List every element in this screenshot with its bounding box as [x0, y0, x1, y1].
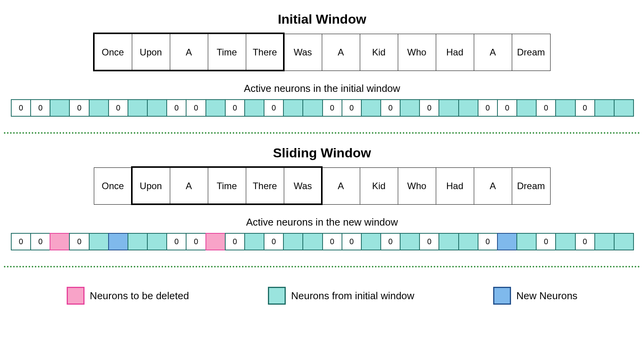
- subtitle-neurons-new: Active neurons in the new window: [4, 216, 640, 228]
- legend-swatch-initial: [268, 287, 286, 305]
- neuron-cell: 0: [186, 99, 206, 117]
- word-cell: Had: [436, 168, 474, 204]
- neuron-cell: 0: [497, 99, 517, 117]
- neuron-cell: [89, 233, 109, 250]
- legend-label-initial: Neurons from initial window: [291, 290, 414, 302]
- neuron-cell: [497, 233, 517, 250]
- neuron-cell: 0: [108, 99, 128, 117]
- neuron-cell: [516, 233, 537, 250]
- neuron-cell: [614, 99, 634, 117]
- word-cell: Kid: [360, 168, 398, 204]
- word-cell: Dream: [512, 168, 550, 204]
- neuron-cell: 0: [264, 233, 284, 250]
- legend-swatch-new: [493, 287, 511, 305]
- neuron-cell: 0: [225, 233, 245, 250]
- word-cell: A: [474, 34, 512, 71]
- legend-item-deleted: Neurons to be deleted: [67, 287, 189, 305]
- neuron-cell: 0: [264, 99, 284, 117]
- neuron-cell: 0: [30, 99, 50, 117]
- word-cell: Dream: [512, 34, 550, 71]
- neuron-cell: [302, 233, 323, 250]
- word-cell: A: [474, 168, 512, 204]
- word-cell: Upon: [132, 34, 170, 71]
- divider-1: [4, 132, 640, 134]
- neuron-cell: [128, 233, 148, 250]
- word-row-sliding: OnceUponATimeThereWasAKidWhoHadADream: [94, 167, 551, 205]
- neuron-cell: 0: [11, 233, 31, 250]
- neuron-cell: [614, 233, 634, 250]
- neuron-cell: 0: [575, 233, 595, 250]
- neuron-cell: 0: [536, 233, 556, 250]
- neuron-cell: [108, 233, 128, 250]
- neuron-cell: 0: [11, 99, 31, 117]
- word-cell: Once: [94, 168, 132, 204]
- word-cell: There: [246, 168, 284, 204]
- title-initial: Initial Window: [4, 12, 640, 27]
- neuron-cell: [555, 233, 575, 250]
- neuron-cell: [594, 233, 615, 250]
- neuron-cell: 0: [380, 99, 401, 117]
- neuron-cell: 0: [419, 233, 439, 250]
- word-cell: A: [322, 168, 360, 204]
- neuron-cell: 0: [380, 233, 401, 250]
- word-row-initial: OnceUponATimeThereWasAKidWhoHadADream: [94, 34, 551, 71]
- neuron-cell: [283, 233, 303, 250]
- word-cell: A: [170, 34, 208, 71]
- neuron-cell: [555, 99, 575, 117]
- neuron-row-new: 00000000000000: [11, 233, 633, 250]
- word-cell: Kid: [360, 34, 398, 71]
- neuron-cell: 0: [478, 99, 498, 117]
- word-cell: A: [170, 168, 208, 204]
- neuron-cell: 0: [69, 99, 89, 117]
- legend-label-new: New Neurons: [516, 290, 578, 302]
- subtitle-neurons-initial: Active neurons in the initial window: [4, 83, 640, 95]
- word-cell: Time: [208, 168, 246, 204]
- word-cell: Was: [284, 34, 322, 71]
- neuron-cell: 0: [322, 99, 342, 117]
- neuron-cell: 0: [30, 233, 50, 250]
- legend-swatch-deleted: [67, 287, 85, 305]
- neuron-cell: [361, 99, 381, 117]
- word-cell: Once: [94, 34, 132, 71]
- neuron-cell: 0: [322, 233, 342, 250]
- word-row-sliding-container: OnceUponATimeThereWasAKidWhoHadADream: [94, 167, 551, 205]
- neuron-cell: [400, 99, 420, 117]
- neuron-cell: [89, 99, 109, 117]
- neuron-cell: 0: [225, 99, 245, 117]
- neuron-cell: 0: [478, 233, 498, 250]
- neuron-row-initial: 0000000000000000: [11, 99, 633, 117]
- legend: Neurons to be deleted Neurons from initi…: [4, 279, 640, 305]
- word-cell: Who: [398, 168, 436, 204]
- word-cell: Upon: [132, 168, 170, 204]
- legend-item-initial: Neurons from initial window: [268, 287, 414, 305]
- neuron-cell: [50, 99, 70, 117]
- neuron-cell: [50, 233, 70, 250]
- neuron-cell: [439, 233, 459, 250]
- neuron-cell: 0: [186, 233, 206, 250]
- neuron-cell: 0: [342, 99, 362, 117]
- neuron-cell: [361, 233, 381, 250]
- neuron-cell: [128, 99, 148, 117]
- neuron-cell: [458, 233, 478, 250]
- neuron-cell: [147, 99, 167, 117]
- neuron-cell: 0: [166, 99, 186, 117]
- word-row-initial-container: OnceUponATimeThereWasAKidWhoHadADream: [94, 34, 551, 71]
- divider-2: [4, 266, 640, 267]
- neuron-cell: 0: [419, 99, 439, 117]
- neuron-cell: 0: [342, 233, 362, 250]
- title-sliding: Sliding Window: [4, 145, 640, 160]
- neuron-cell: [400, 233, 420, 250]
- neuron-cell: [147, 233, 167, 250]
- word-cell: Was: [284, 168, 322, 204]
- neuron-cell: 0: [575, 99, 595, 117]
- neuron-cell: [439, 99, 459, 117]
- word-cell: Had: [436, 34, 474, 71]
- neuron-cell: [516, 99, 537, 117]
- neuron-cell: [594, 99, 615, 117]
- neuron-cell: 0: [166, 233, 186, 250]
- neuron-cell: [244, 99, 264, 117]
- legend-item-new: New Neurons: [493, 287, 578, 305]
- neuron-cell: 0: [536, 99, 556, 117]
- neuron-cell: [283, 99, 303, 117]
- word-cell: There: [246, 34, 284, 71]
